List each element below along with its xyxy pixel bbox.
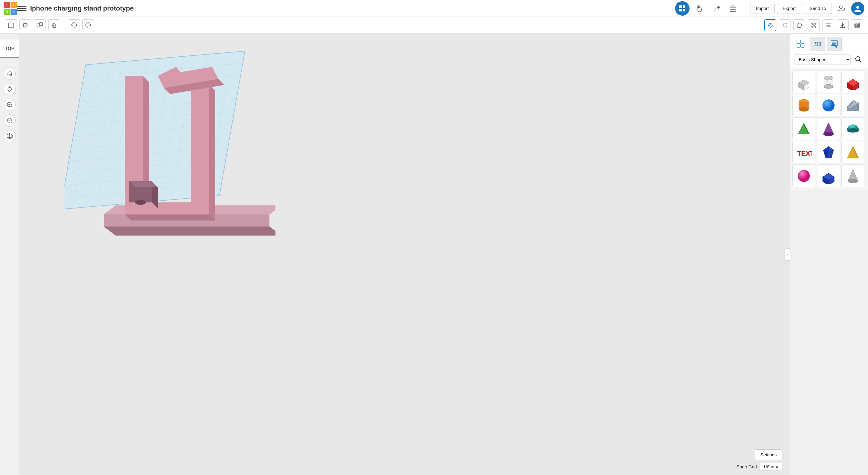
settings-button[interactable]: Settings	[755, 449, 782, 460]
new-button[interactable]	[5, 19, 17, 31]
shape-cone-gray[interactable]	[841, 165, 864, 188]
svg-marker-51	[843, 23, 845, 27]
shapes-category-select[interactable]: Basic Shapes	[794, 55, 850, 64]
shapes-tab[interactable]	[793, 37, 808, 50]
mirror-button[interactable]	[837, 19, 849, 31]
navbar: T I N K Iphone charging stand prototype	[0, 0, 868, 17]
svg-rect-2	[679, 9, 682, 11]
svg-rect-18	[24, 24, 27, 27]
svg-point-43	[815, 23, 816, 24]
toolbar-right	[764, 19, 863, 31]
canvas-area[interactable]: Settings Snap Grid 1/8 in	[19, 34, 789, 475]
shape-box[interactable]	[841, 70, 864, 93]
grid-view-button[interactable]	[675, 1, 689, 16]
snap-value[interactable]: 1/8 in	[759, 463, 782, 471]
shape-gem[interactable]	[817, 141, 840, 164]
shape-cylinder-hole[interactable]	[817, 70, 840, 93]
logo-n: N	[4, 9, 10, 15]
search-shapes-button[interactable]	[853, 54, 864, 65]
svg-point-148	[799, 107, 809, 111]
panel-collapse-button[interactable]: ›	[784, 248, 789, 261]
svg-rect-22	[53, 24, 56, 27]
zoom-in-button[interactable]	[4, 99, 16, 111]
svg-point-44	[812, 26, 813, 27]
toolbar	[0, 17, 868, 34]
zoom-out-button[interactable]	[4, 114, 16, 127]
svg-rect-53	[856, 24, 857, 25]
shape-pyramid-green[interactable]	[792, 117, 815, 140]
menu-icon[interactable]	[17, 4, 27, 13]
handprint-button[interactable]	[692, 1, 707, 16]
logo-i: I	[10, 2, 17, 8]
undo-button[interactable]	[68, 19, 80, 31]
tinkercad-logo: T I N K	[4, 2, 17, 15]
redo-button[interactable]	[82, 19, 94, 31]
home-view-button[interactable]	[4, 67, 16, 79]
svg-point-149	[823, 99, 835, 111]
svg-marker-105	[209, 85, 215, 220]
shape-cone-purple[interactable]	[817, 117, 840, 140]
svg-marker-41	[797, 23, 802, 27]
delete-button[interactable]	[48, 19, 60, 31]
export-button[interactable]: Export	[777, 3, 801, 14]
import-button[interactable]: Import	[750, 3, 775, 14]
svg-line-130	[859, 60, 861, 62]
svg-rect-1	[683, 5, 685, 8]
shape-cylinder[interactable]	[792, 94, 815, 117]
avatar[interactable]	[851, 2, 864, 15]
project-title[interactable]: Iphone charging stand prototype	[30, 4, 675, 12]
cube-view-button[interactable]	[4, 130, 16, 142]
briefcase-button[interactable]	[726, 1, 740, 16]
shape-half-sphere[interactable]	[841, 117, 864, 140]
duplicate-button[interactable]	[34, 19, 46, 31]
svg-rect-54	[858, 24, 859, 25]
notes-tab[interactable]	[827, 37, 842, 50]
light-button[interactable]	[779, 19, 791, 31]
fit-view-button[interactable]	[4, 83, 16, 95]
svg-point-31	[784, 24, 786, 26]
send-to-button[interactable]: Send To	[804, 3, 832, 14]
shape-box-blue[interactable]	[817, 165, 840, 188]
svg-marker-98	[104, 227, 276, 236]
svg-point-25	[769, 24, 772, 27]
camera-button[interactable]	[764, 19, 776, 31]
logo-k: K	[10, 9, 17, 15]
logo-t: T	[4, 2, 10, 8]
view-indicator: TOP	[0, 40, 20, 58]
svg-point-42	[812, 23, 813, 24]
copy-button[interactable]	[19, 19, 31, 31]
svg-marker-160	[829, 146, 834, 150]
grid-align-button[interactable]	[808, 19, 820, 31]
svg-marker-115	[776, 467, 778, 468]
shapes-header: Basic Shapes	[790, 51, 868, 68]
shape-sphere-pink[interactable]	[792, 165, 815, 188]
svg-rect-55	[856, 26, 857, 27]
svg-rect-117	[801, 40, 804, 43]
shape-wedge[interactable]	[841, 94, 864, 117]
add-user-button[interactable]	[834, 1, 849, 16]
svg-line-38	[783, 26, 784, 27]
shape-box-hole[interactable]	[792, 70, 815, 93]
shape-text[interactable]: TEXT	[792, 141, 815, 164]
svg-point-140	[824, 84, 833, 89]
svg-marker-128	[834, 45, 837, 47]
align-button[interactable]	[822, 19, 834, 31]
pick-button[interactable]	[709, 1, 723, 16]
svg-line-37	[786, 26, 787, 27]
shape-toggle-button[interactable]	[793, 19, 805, 31]
svg-line-39	[786, 24, 787, 24]
group-button[interactable]	[851, 19, 863, 31]
svg-point-45	[815, 26, 816, 27]
ruler-tab[interactable]	[810, 37, 825, 50]
svg-rect-119	[801, 44, 804, 47]
svg-line-36	[783, 24, 784, 24]
shape-sphere[interactable]	[817, 94, 840, 117]
svg-point-57	[8, 87, 11, 91]
svg-rect-17	[8, 23, 13, 28]
svg-point-111	[135, 200, 146, 205]
snap-grid-control: Snap Grid 1/8 in	[737, 463, 782, 471]
svg-marker-107	[125, 214, 215, 220]
shape-pyramid-yellow[interactable]	[841, 141, 864, 164]
svg-point-157	[847, 128, 859, 133]
svg-line-10	[713, 7, 717, 11]
